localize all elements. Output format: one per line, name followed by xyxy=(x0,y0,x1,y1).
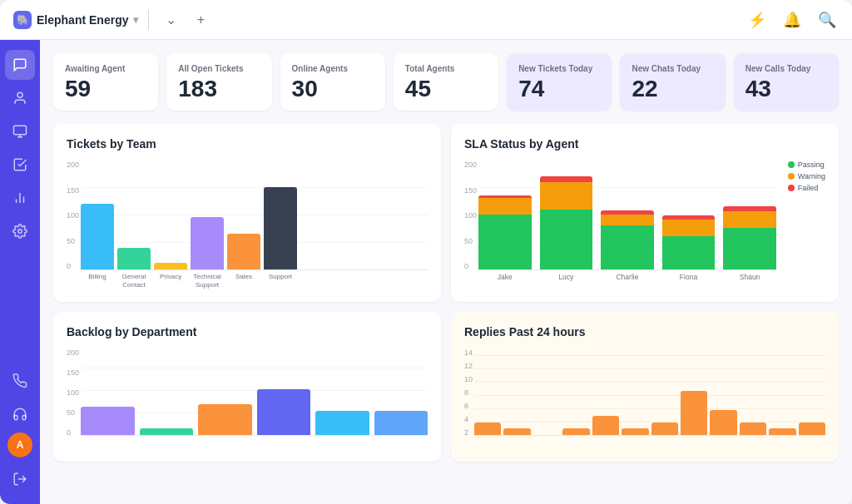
bar xyxy=(191,217,224,269)
search-icon[interactable]: 🔍 xyxy=(815,8,839,32)
sidebar-item-support[interactable] xyxy=(5,399,35,429)
svg-point-0 xyxy=(17,92,22,97)
app-logo[interactable]: 🐘 Elephant Energy ▾ xyxy=(13,11,138,29)
agent-label: Jake xyxy=(478,273,532,281)
sla-by-agent-title: SLA Status by Agent xyxy=(464,137,825,151)
title-right: ⚡ 🔔 🔍 xyxy=(746,8,839,32)
legend-item: Warning xyxy=(788,172,825,180)
bottom-charts-row: Backlog by Department 200 150 100 50 0 xyxy=(53,312,839,462)
bar xyxy=(533,433,560,435)
tickets-by-team-title: Tickets by Team xyxy=(67,137,428,151)
stat-label-open: All Open Tickets xyxy=(178,63,260,74)
stat-total-agents: Total Agents 45 xyxy=(394,53,498,111)
bar-label: Privacy xyxy=(154,273,187,289)
legend-item: Passing xyxy=(788,161,825,169)
legend-label: Warning xyxy=(798,172,825,180)
stat-label-new-chats: New Chats Today xyxy=(632,63,713,74)
title-actions: ⌄ + xyxy=(159,8,212,32)
legend-dot xyxy=(788,173,795,180)
sidebar-item-tasks[interactable] xyxy=(5,150,35,180)
sidebar-item-calls[interactable] xyxy=(5,366,35,396)
bar xyxy=(154,263,187,269)
stat-value-new-tickets: 74 xyxy=(518,77,600,101)
avatar[interactable]: A xyxy=(7,432,32,457)
bell-icon[interactable]: 🔔 xyxy=(780,8,804,32)
bar xyxy=(81,204,114,269)
legend-dot xyxy=(788,185,795,191)
stat-new-tickets: New Tickets Today 74 xyxy=(507,53,612,111)
bar xyxy=(740,422,766,435)
title-bar: 🐘 Elephant Energy ▾ ⌄ + ⚡ 🔔 🔍 xyxy=(0,0,852,40)
stat-awaiting-agent: Awaiting Agent 59 xyxy=(53,53,158,111)
stacked-bar xyxy=(478,195,532,269)
svg-rect-1 xyxy=(14,126,27,135)
backlog-title: Backlog by Department xyxy=(67,325,428,338)
replies-past-24h-card: Replies Past 24 hours 14 12 10 8 6 4 2 xyxy=(451,312,839,462)
stat-value-new-calls: 43 xyxy=(746,77,827,101)
bar xyxy=(622,428,648,435)
sidebar-item-analytics[interactable] xyxy=(5,183,35,213)
bar-label: Sales xyxy=(227,273,260,289)
stat-label-awaiting: Awaiting Agent xyxy=(65,63,146,74)
bar xyxy=(315,411,369,435)
top-charts-row: Tickets by Team 200 150 100 50 0 Billing… xyxy=(53,124,839,302)
stat-value-total: 45 xyxy=(405,77,487,101)
stat-label-total: Total Agents xyxy=(405,63,487,74)
stat-new-calls: New Calls Today 43 xyxy=(734,53,839,111)
app-container: 🐘 Elephant Energy ▾ ⌄ + ⚡ 🔔 🔍 xyxy=(0,0,852,504)
sidebar: A xyxy=(0,40,40,504)
stat-value-new-chats: 22 xyxy=(632,77,713,101)
sidebar-item-logout[interactable] xyxy=(5,464,35,494)
stat-open-tickets: All Open Tickets 183 xyxy=(166,53,271,111)
stat-value-awaiting: 59 xyxy=(65,77,146,101)
main-layout: A Awaiting Agent 59 All Open Tickets 183… xyxy=(0,40,852,504)
agent-label: Shaun xyxy=(723,273,776,281)
stats-row: Awaiting Agent 59 All Open Tickets 183 O… xyxy=(53,53,839,111)
plus-icon[interactable]: + xyxy=(189,8,212,32)
bar xyxy=(681,391,707,435)
down-icon[interactable]: ⌄ xyxy=(159,8,182,32)
bar xyxy=(257,389,311,435)
svg-point-7 xyxy=(18,230,22,234)
bar xyxy=(198,404,252,435)
stat-label-online: Online Agents xyxy=(292,63,374,74)
bar xyxy=(374,411,428,435)
stat-label-new-calls: New Calls Today xyxy=(746,63,827,74)
chevron-down-icon: ▾ xyxy=(133,14,138,26)
stat-online-agents: Online Agents 30 xyxy=(280,53,385,111)
stat-value-online: 30 xyxy=(292,77,374,101)
tickets-by-team-card: Tickets by Team 200 150 100 50 0 Billing… xyxy=(53,124,441,302)
legend-dot xyxy=(788,161,795,168)
sla-by-agent-card: SLA Status by Agent 200 150 100 50 0 Jak… xyxy=(451,124,839,302)
bar-label: Technical Support xyxy=(191,273,224,289)
main-content: Awaiting Agent 59 All Open Tickets 183 O… xyxy=(40,40,852,504)
bar xyxy=(651,422,678,435)
logo-icon: 🐘 xyxy=(13,11,32,29)
title-divider xyxy=(148,10,149,30)
agent-label: Lucy xyxy=(540,273,593,281)
flash-icon[interactable]: ⚡ xyxy=(746,8,769,32)
backlog-by-dept-card: Backlog by Department 200 150 100 50 0 xyxy=(53,312,441,462)
bar-label: Support xyxy=(264,273,297,289)
sidebar-item-settings[interactable] xyxy=(5,216,35,246)
stacked-bar xyxy=(662,215,716,269)
stacked-bar xyxy=(540,176,593,269)
agent-label: Fiona xyxy=(662,273,716,281)
bar xyxy=(81,407,135,435)
bar xyxy=(117,248,151,269)
legend-label: Failed xyxy=(798,184,819,192)
sidebar-item-chat[interactable] xyxy=(5,50,35,80)
stat-new-chats: New Chats Today 22 xyxy=(620,53,725,111)
bar-label: Billing xyxy=(81,273,114,289)
sidebar-item-reports[interactable] xyxy=(5,116,35,146)
sidebar-item-users[interactable] xyxy=(5,83,35,113)
bar xyxy=(769,428,795,435)
stacked-bar xyxy=(601,210,654,269)
bar xyxy=(710,410,736,435)
sla-legend: PassingWarningFailed xyxy=(788,161,825,285)
stacked-bar xyxy=(723,206,776,269)
legend-label: Passing xyxy=(798,161,825,169)
bar-label: General Contact xyxy=(117,273,151,289)
bar xyxy=(140,428,194,435)
app-name: Elephant Energy xyxy=(37,13,128,27)
